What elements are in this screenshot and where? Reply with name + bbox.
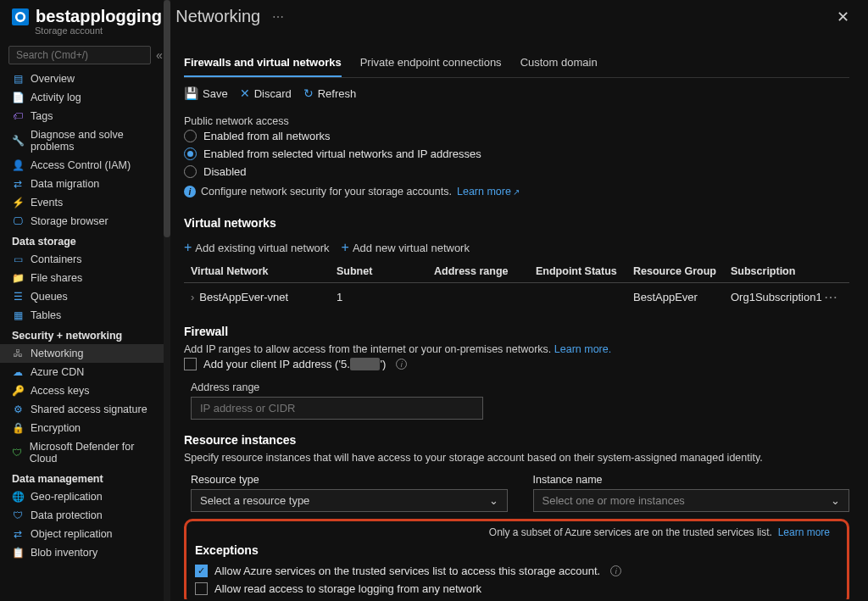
sidebar-item-events[interactable]: ⚡Events [0, 193, 164, 212]
sidebar-item-tables[interactable]: ▦Tables [0, 306, 164, 325]
sidebar-item-dataprot[interactable]: 🛡Data protection [0, 506, 164, 525]
queues-icon: ☰ [12, 291, 24, 303]
help-icon[interactable]: i [396, 359, 407, 370]
sidebar-item-containers[interactable]: ▭Containers [0, 250, 164, 269]
pna-option-disabled[interactable]: Disabled [184, 163, 868, 181]
info-text: Configure network security for your stor… [201, 186, 452, 198]
page-header: bestapplogging | Networking ⋯ ✕ [0, 0, 868, 28]
shield-icon: 🛡 [12, 447, 23, 459]
info-icon: i [184, 186, 196, 198]
tab-private[interactable]: Private endpoint connections [360, 49, 502, 77]
fw-address-input[interactable] [191, 397, 483, 420]
button-label: Save [203, 87, 228, 100]
collapse-icon[interactable]: « [156, 48, 163, 62]
sidebar-item-label: Containers [31, 253, 81, 265]
sidebar-item-defender[interactable]: 🛡Microsoft Defender for Cloud [0, 437, 164, 468]
sidebar-item-cdn[interactable]: ☁Azure CDN [0, 363, 164, 381]
discard-button[interactable]: ✕Discard [240, 86, 292, 100]
sidebar-item-label: Diagnose and solve problems [31, 129, 153, 153]
tab-custom[interactable]: Custom domain [520, 49, 598, 77]
table-row[interactable]: ›BestAppEver-vnet 1 BestAppEver Org1Subs… [184, 283, 849, 311]
containers-icon: ▭ [12, 253, 24, 265]
more-actions-icon[interactable]: ⋯ [272, 10, 284, 24]
save-button[interactable]: 💾Save [184, 86, 228, 100]
sidebar-item-networking[interactable]: 🖧Networking [0, 344, 164, 363]
refresh-button[interactable]: ↻Refresh [303, 86, 357, 100]
sidebar-item-georepl[interactable]: 🌐Geo-replication [0, 487, 164, 506]
col-subnet: Subnet [337, 265, 434, 277]
sidebar-item-tags[interactable]: 🏷Tags [0, 107, 164, 125]
radio-label: Enabled from all networks [203, 130, 331, 142]
plus-icon: + [184, 240, 192, 255]
sidebar-item-label: Data migration [31, 178, 99, 190]
sidebar-item-label: Events [31, 197, 63, 209]
sidebar-item-migration[interactable]: ⇄Data migration [0, 175, 164, 193]
exc-opt-trusted[interactable]: ✓Allow Azure services on the trusted ser… [195, 562, 838, 580]
sidebar-item-diagnose[interactable]: 🔧Diagnose and solve problems [0, 125, 164, 156]
learn-more-link[interactable]: Learn more↗ [457, 186, 520, 198]
exceptions-highlight: Only a subset of Azure services are on t… [184, 519, 849, 599]
overview-icon: ▤ [12, 73, 24, 85]
resource-type-label: Storage account [0, 25, 868, 36]
pna-option-all[interactable]: Enabled from all networks [184, 127, 868, 145]
sidebar-item-iam[interactable]: 👤Access Control (IAM) [0, 156, 164, 175]
link-label: Add new virtual network [353, 242, 470, 254]
sidebar-item-keys[interactable]: 🔑Access keys [0, 381, 164, 400]
sidebar-item-encryption[interactable]: 🔒Encryption [0, 419, 164, 437]
key-icon: 🔑 [12, 385, 24, 397]
help-icon[interactable]: i [610, 565, 621, 576]
events-icon: ⚡ [12, 197, 24, 209]
checkbox-icon[interactable]: ✓ [195, 565, 208, 577]
svg-point-1 [18, 14, 24, 19]
ri-desc: Specify resource instances that will hav… [184, 452, 868, 464]
protect-icon: 🛡 [12, 509, 24, 521]
sidebar-item-objrepl[interactable]: ⇄Object replication [0, 525, 164, 543]
add-existing-vnet[interactable]: +Add existing virtual network [184, 240, 330, 255]
chevron-right-icon[interactable]: › [191, 291, 194, 303]
radio-icon[interactable] [184, 130, 197, 142]
sidebar-item-browser[interactable]: 🖵Storage browser [0, 212, 164, 231]
pna-info: iConfigure network security for your sto… [184, 181, 868, 203]
learn-more-link[interactable]: Learn more [778, 526, 830, 538]
checkbox-label: Allow Azure services on the trusted serv… [214, 565, 600, 577]
sidebar-item-fileshares[interactable]: 📁File shares [0, 269, 164, 287]
close-icon[interactable]: ✕ [830, 8, 856, 26]
tab-firewalls[interactable]: Firewalls and virtual networks [184, 49, 342, 77]
add-new-vnet[interactable]: +Add new virtual network [342, 240, 470, 255]
sidebar-item-label: Azure CDN [31, 366, 84, 378]
migration-icon: ⇄ [12, 178, 24, 190]
sidebar-group-security: Security + networking [0, 325, 164, 344]
sidebar-item-overview[interactable]: ▤Overview [0, 70, 164, 88]
log-icon: 📄 [12, 92, 24, 103]
pna-option-selected[interactable]: Enabled from selected virtual networks a… [184, 145, 868, 163]
sidebar-item-label: Queues [31, 291, 68, 303]
button-label: Refresh [318, 87, 357, 100]
row-more-icon[interactable]: ⋯ [824, 289, 849, 305]
ri-type-select[interactable]: Select a resource type⌄ [191, 489, 508, 512]
ri-name-label: Instance name [526, 470, 850, 489]
checkbox-label: Allow read access to storage logging fro… [214, 582, 481, 595]
main-content: Firewalls and virtual networks Private e… [165, 41, 868, 599]
sidebar-item-activity[interactable]: 📄Activity log [0, 88, 164, 107]
checkbox-icon[interactable] [195, 582, 208, 595]
exc-opt-logging[interactable]: Allow read access to storage logging fro… [195, 580, 838, 598]
radio-icon[interactable] [184, 147, 197, 160]
sidebar-item-label: Tables [31, 309, 61, 321]
ri-heading: Resource instances [184, 433, 868, 447]
sidebar-item-blobinv[interactable]: 📋Blob inventory [0, 543, 164, 562]
refresh-icon: ↻ [303, 86, 314, 100]
sidebar-item-label: Geo-replication [31, 491, 103, 503]
replicate-icon: ⇄ [12, 528, 24, 540]
ri-name-select[interactable]: Select one or more instances⌄ [533, 489, 850, 512]
sidebar-item-sas[interactable]: ⚙Shared access signature [0, 400, 164, 419]
radio-icon[interactable] [184, 165, 197, 178]
search-input[interactable] [8, 46, 151, 64]
fw-addr-label: Address range [184, 381, 868, 393]
sidebar-group-datastorage: Data storage [0, 231, 164, 250]
sidebar-item-label: Microsoft Defender for Cloud [30, 441, 153, 465]
checkbox-icon[interactable] [184, 358, 197, 370]
fw-client-ip-checkbox[interactable]: Add your client IP address ('5. ')i [184, 355, 868, 373]
browser-icon: 🖵 [12, 215, 24, 227]
sidebar-item-queues[interactable]: ☰Queues [0, 287, 164, 306]
learn-more-link[interactable]: Learn more. [554, 343, 611, 355]
